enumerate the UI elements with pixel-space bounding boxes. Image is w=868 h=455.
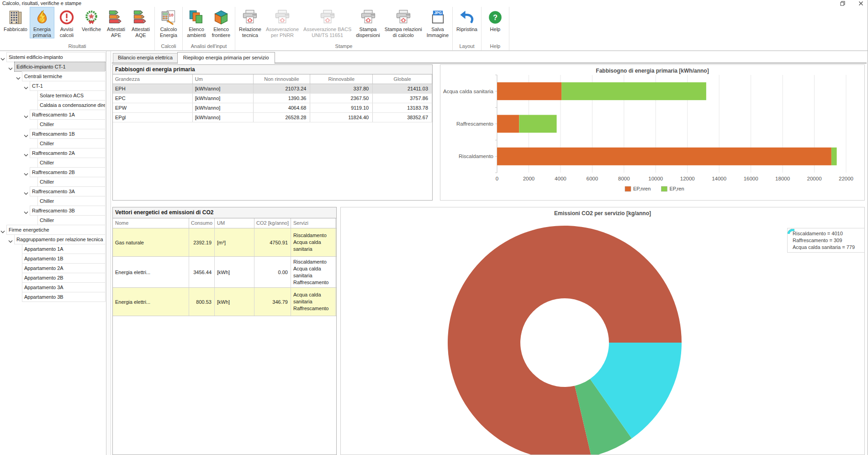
table-row-energia-elettri-1[interactable]: Energia elettri...3456.44[kWh]0.00Riscal… xyxy=(113,257,336,288)
close-window-button[interactable] xyxy=(857,0,864,6)
chevron-down-icon[interactable] xyxy=(24,132,29,137)
rooms-layers-icon xyxy=(188,8,205,26)
tree-item-label: Edificio-impianto CT-1 xyxy=(16,64,66,69)
tree-item-appartamento-2b[interactable]: Appartamento 2B xyxy=(22,273,106,283)
project-tree: Sistemi edificio-impiantoEdificio-impian… xyxy=(0,51,106,455)
ribbon-group-items: Ripristina xyxy=(454,7,480,43)
ribbon-button-relazione-tecnica[interactable]: Relazionetecnica xyxy=(237,7,264,38)
chevron-down-icon[interactable] xyxy=(24,208,29,213)
tree-item-chiller-15[interactable]: Chiller xyxy=(37,196,106,206)
chevron-down-icon[interactable] xyxy=(0,55,5,60)
ribbon-button-energia-primaria[interactable]: Energiaprimaria xyxy=(30,7,54,38)
ribbon-button-stampa-dispersioni[interactable]: Stampadispersioni xyxy=(354,7,382,38)
tree-item-label: Chiller xyxy=(40,141,54,146)
svg-text:EP,nren: EP,nren xyxy=(633,186,651,191)
tab-bilancio-energia-elettrica[interactable]: Bilancio energia elettrica xyxy=(113,53,177,63)
chevron-down-icon[interactable] xyxy=(8,237,13,242)
svg-text:20000: 20000 xyxy=(807,176,822,181)
chevron-down-icon[interactable] xyxy=(24,189,29,194)
tree-item-raffrescamento-3b[interactable]: Raffrescamento 3B xyxy=(30,206,106,216)
tree-item-solare-termico-acs[interactable]: Solare termico ACS xyxy=(37,90,106,101)
column-header-globale: Globale xyxy=(373,74,432,84)
panel-splitter[interactable] xyxy=(106,51,111,455)
legend-label: Acqua calda sanitaria = 779 xyxy=(793,244,855,250)
tree-item-appartamento-3b[interactable]: Appartamento 3B xyxy=(22,292,106,302)
ribbon-button-stampa-relazioni-di-calcolo[interactable]: Stampa relazionidi calcolo xyxy=(382,7,424,38)
tree-item-sistemi-edificio-impianto[interactable]: Sistemi edificio-impianto xyxy=(6,52,106,62)
ribbon-button-salva-immagine[interactable]: JPGSalvaImmagine xyxy=(424,7,451,38)
tab-riepilogo-energia-primaria-per-servizio[interactable]: Riepilogo energia primaria per servizio xyxy=(177,52,275,64)
tree-item-raggruppamento-per-relazione-tecnica[interactable]: Raggruppamento per relazione tecnica xyxy=(14,234,106,244)
ribbon-button-help[interactable]: ?Help xyxy=(483,7,508,33)
tree-item-raffrescamento-2b[interactable]: Raffrescamento 2B xyxy=(30,167,106,177)
tree-item-appartamento-1a[interactable]: Appartamento 1A xyxy=(22,244,106,254)
restore-window-button[interactable] xyxy=(839,0,846,6)
column-header-um: Um xyxy=(193,74,254,84)
restore-icon xyxy=(840,1,845,6)
ribbon-button-elenco-frontiere[interactable]: Elencofrontiere xyxy=(209,7,233,38)
ribbon-group-items: RelazionetecnicaAsseverazioneper PNRRAss… xyxy=(237,7,451,43)
flame-icon xyxy=(34,8,50,26)
column-header-consumo: Consumo xyxy=(189,218,215,228)
tree-item-label: Appartamento 3A xyxy=(24,285,64,290)
warning-icon xyxy=(59,8,74,26)
printer-icon xyxy=(274,8,291,26)
tree-item-firme-energetiche[interactable]: Firme energetiche xyxy=(6,225,106,235)
tree-item-chiller-11[interactable]: Chiller xyxy=(37,158,106,168)
ribbon-button-asseverazione-bacs-uni-ts-11651[interactable]: Asseverazione BACSUNI/TS 11651 xyxy=(301,7,354,38)
tree-item-chiller-9[interactable]: Chiller xyxy=(37,138,106,148)
ribbon-button-label: Elencoambienti xyxy=(187,26,206,38)
tree-item-ct-1[interactable]: CT-1 xyxy=(30,81,106,91)
svg-text:Riscaldamento: Riscaldamento xyxy=(459,153,493,159)
tree-item-raffrescamento-1b[interactable]: Raffrescamento 1B xyxy=(30,129,106,139)
vettori-header-row: NomeConsumoUMCO2 [kg/anno]Servizi xyxy=(113,218,336,228)
cell-globale: 3757.86 xyxy=(373,94,432,103)
ribbon-button-attestati-ape[interactable]: AttestatiAPE xyxy=(104,7,128,38)
tree-item-appartamento-2a[interactable]: Appartamento 2A xyxy=(22,263,106,273)
chevron-down-icon[interactable] xyxy=(24,151,29,156)
tree-item-chiller-17[interactable]: Chiller xyxy=(37,215,106,225)
tree-item-raffrescamento-2a[interactable]: Raffrescamento 2A xyxy=(30,148,106,158)
column-header-co2-kg-anno: CO2 [kg/anno] xyxy=(254,218,291,228)
table-row-epc[interactable]: EPC[kWh/anno]1390.362367.503757.86 xyxy=(113,94,432,103)
chevron-down-icon[interactable] xyxy=(8,64,13,69)
ribbon-button-ripristina[interactable]: Ripristina xyxy=(454,7,480,33)
ribbon-button-avvisi-calcoli[interactable]: Avvisicalcoli xyxy=(54,7,79,38)
tree-item-caldaia-a-condensazione-direttiva-92[interactable]: Caldaia a condensazione direttiva 92/... xyxy=(37,100,106,110)
tree-item-appartamento-3a[interactable]: Appartamento 3A xyxy=(22,282,106,292)
ribbon-group-label: Analisi dell'input xyxy=(184,43,233,50)
ribbon-button-calcolo-energia[interactable]: 10CalcoloEnergia xyxy=(156,7,181,38)
application-window: { "window": { "title": "Calcolo, risulta… xyxy=(0,0,868,455)
main-area: Sistemi edificio-impiantoEdificio-impian… xyxy=(0,51,868,455)
ribbon-button-fabbricato[interactable]: Fabbricato xyxy=(1,7,30,33)
tree-item-raffrescamento-3a[interactable]: Raffrescamento 3A xyxy=(30,186,106,196)
chevron-down-icon[interactable] xyxy=(16,74,21,79)
tree-item-raffrescamento-1a[interactable]: Raffrescamento 1A xyxy=(30,110,106,120)
table-row-epw[interactable]: EPW[kWh/anno]4064.689119.1013183.78 xyxy=(113,103,432,113)
table-row-gas-naturale-0[interactable]: Gas naturale2392.19[m³]4750.91Riscaldame… xyxy=(113,228,336,257)
table-row-epgl[interactable]: EPgl[kWh/anno]26528.2811824.4038352.67 xyxy=(113,113,432,122)
ribbon-button-verifiche[interactable]: Verifiche xyxy=(79,7,104,33)
table-row-eph[interactable]: EPH[kWh/anno]21073.24337.8021411.03 xyxy=(113,84,432,94)
tree-item-label: Caldaia a condensazione direttiva 92/... xyxy=(40,102,106,108)
tree-item-appartamento-1b[interactable]: Appartamento 1B xyxy=(22,254,106,264)
tree-item-label: Raffrescamento 2B xyxy=(32,169,75,175)
ribbon-group-items: ?Help xyxy=(483,7,508,43)
column-header-nome: Nome xyxy=(113,218,189,228)
tree-item-edificio-impianto-ct-1[interactable]: Edificio-impianto CT-1 xyxy=(14,62,106,72)
tree-item-chiller-7[interactable]: Chiller xyxy=(37,119,106,129)
tree-item-label: Raffrescamento 3A xyxy=(32,189,75,194)
ribbon-button-elenco-ambienti[interactable]: Elencoambienti xyxy=(184,7,209,38)
tree-item-chiller-13[interactable]: Chiller xyxy=(37,177,106,187)
chevron-down-icon[interactable] xyxy=(24,170,29,175)
chevron-down-icon[interactable] xyxy=(24,112,29,117)
chevron-down-icon[interactable] xyxy=(0,228,5,233)
tree-item-centrali-termiche[interactable]: Centrali termiche xyxy=(22,71,106,81)
ribbon-button-asseverazione-per-pnrr[interactable]: Asseverazioneper PNRR xyxy=(264,7,301,38)
table-row-energia-elettri-2[interactable]: Energia elettri...800.53[kWh]346.79Acqua… xyxy=(113,288,336,316)
ribbon-button-label: Avvisicalcoli xyxy=(60,26,74,38)
ribbon-group-help: ?HelpHelp xyxy=(482,7,509,50)
ribbon-button-attestati-aqe[interactable]: AttestatiAQE xyxy=(128,7,153,38)
cell-nome: Energia elettri... xyxy=(113,288,189,316)
chevron-down-icon[interactable] xyxy=(24,84,29,89)
